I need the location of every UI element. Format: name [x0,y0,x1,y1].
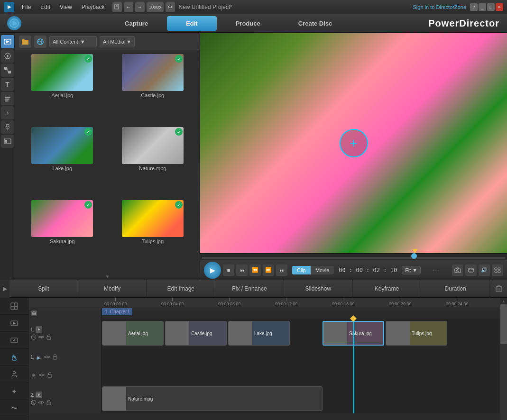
menu-edit[interactable]: Edit [37,3,54,11]
step-fwd-button[interactable]: ⏩ [263,265,274,276]
clip-aerial[interactable]: Aerial.jpg [102,321,164,346]
scrubber-knob[interactable] [411,253,417,259]
maximize-btn[interactable]: □ [487,3,495,11]
sidebar-icon-slideshow[interactable] [1,135,14,148]
modify-button[interactable]: Modify [78,280,147,298]
audio-button[interactable]: 🔊 [479,265,490,276]
track-visibility-icon[interactable] [38,334,45,340]
timeline-vertical-scrollbar[interactable]: ▲ ▼ [500,298,507,420]
v-scroll-track[interactable] [500,304,507,420]
overlay-lock-icon[interactable] [46,372,53,378]
tab-produce[interactable]: Produce [217,16,279,31]
title-bar: File Edit View Playback ← → 1080p ⚙ New … [0,0,507,14]
nav-tabs: Capture Edit Produce Create Disc [28,16,428,31]
media-type-dropdown[interactable]: All Media ▼ [100,36,135,47]
timeline-motion-icon[interactable]: 〜 [0,400,28,417]
sidebar-icon-media[interactable] [1,35,14,48]
sidebar-icon-titles[interactable]: T [1,78,14,91]
audio-track-lock-icon[interactable] [52,354,58,360]
sidebar-icon-captions[interactable] [1,92,14,105]
tab-edit[interactable]: Edit [167,16,217,31]
chapter-marker[interactable]: 1. Chapter1 [102,308,132,315]
audio-track-visibility-icon[interactable] [44,354,50,360]
preview-panel: + ▶ ■ ⏮ ⏪ ⏩ ⏭ Clip Movie 00 : 00 : 02 : … [200,33,507,280]
snapshot-button[interactable] [452,265,463,276]
minimize-btn[interactable]: _ [479,3,486,11]
folder-button[interactable] [19,36,31,48]
transport-bar: ▶ ■ ⏮ ⏪ ⏩ ⏭ Clip Movie 00 : 00 : 02 : 10… [200,260,507,280]
audio-track-speaker-icon[interactable]: 🔈 [36,354,42,360]
sidebar-icon-voiceover[interactable] [1,120,14,134]
help-btn[interactable]: ? [470,3,478,11]
media-item-nature[interactable]: ✓ Nature.mpg [110,127,196,196]
sidebar-icon-music[interactable]: ♪ [1,106,14,119]
edit-image-button[interactable]: Edit Image [147,280,215,298]
overlay-visibility-icon[interactable] [38,372,45,378]
web-media-button[interactable] [34,36,46,48]
clip-castle[interactable]: Castle.jpg [165,321,227,346]
keyframe-button[interactable]: Keyframe [353,280,422,298]
close-btn[interactable]: ✕ [496,3,503,11]
redo-icon[interactable]: → [135,2,145,12]
scroll-down-indicator[interactable]: ▼ [15,273,200,280]
scroll-up-btn[interactable]: ▲ [500,298,507,304]
stop-button[interactable]: ■ [223,265,234,276]
menu-view[interactable]: View [56,3,76,11]
fast-forward-button[interactable]: ⏭ [276,265,287,276]
media-thumb-sakura: ✓ [31,200,93,237]
step-back-button[interactable]: ⏪ [249,265,261,276]
preview-scrubber[interactable] [200,253,507,260]
slideshow-button[interactable]: Slideshow [284,280,353,298]
play-button[interactable]: ▶ [204,262,221,279]
crop-button[interactable] [465,265,477,276]
menu-playback[interactable]: Playback [78,3,109,11]
multi-button[interactable] [492,265,503,276]
menu-file[interactable]: File [18,3,35,11]
clip-mode-button[interactable]: Clip [292,266,311,274]
movie-mode-button[interactable]: Movie [311,266,334,274]
clip-tulips[interactable]: Tulips.jpg [386,321,447,346]
sidebar-icon-transitions[interactable] [1,64,14,77]
resolution-icon[interactable]: 1080p [147,2,164,12]
timeline-hand-tool[interactable] [0,349,28,366]
split-button[interactable]: Split [9,280,78,298]
track-mute-icon[interactable] [30,334,37,340]
track-2-visibility-icon[interactable] [38,399,45,406]
timeline-particle-icon[interactable]: ❋ [0,417,28,420]
sidebar-icon-effects[interactable] [1,49,14,63]
delete-button[interactable] [490,280,507,298]
media-item-lake[interactable]: ✓ Lake.jpg [19,127,106,196]
clip-nature[interactable]: Nature.mpg [102,386,323,411]
timeline-person-icon[interactable] [0,366,28,383]
check-aerial: ✓ [84,55,92,63]
new-project-icon[interactable] [112,2,122,12]
v-scroll-thumb[interactable] [500,304,507,344]
duration-button[interactable]: Duration [421,280,490,298]
media-item-castle[interactable]: ✓ Castle.jpg [110,54,196,123]
ruler-mark-5: 00:00:20:00 [389,298,412,306]
playhead[interactable] [353,319,354,348]
timeline-magic-icon[interactable]: ✦ [0,383,28,400]
overlay-particle-icon[interactable]: ❋ [30,372,37,378]
timeline-video-track-icon[interactable] [0,315,28,332]
timeline-zoom-icon[interactable] [0,298,28,315]
media-item-sakura[interactable]: ✓ Sakura.jpg [19,200,106,269]
fix-enhance-button[interactable]: Fix / Enhance [215,280,284,298]
media-item-tulips[interactable]: ✓ Tulips.jpg [110,200,196,269]
undo-icon[interactable]: ← [124,2,133,12]
content-filter-dropdown[interactable]: All Content ▼ [49,36,97,47]
settings-icon[interactable]: ⚙ [166,2,175,12]
track-lock-icon[interactable] [46,334,52,340]
tab-capture[interactable]: Capture [106,16,167,31]
rewind-button[interactable]: ⏮ [236,265,248,276]
media-item-aerial[interactable]: ✓ Aerial.jpg [19,54,106,123]
add-to-timeline-button[interactable]: + [340,129,368,157]
timeline-add-track-icon[interactable] [0,332,28,349]
track-2-lock-icon[interactable] [46,399,52,406]
sign-in-link[interactable]: Sign in to DirectorZone [413,4,467,10]
clip-lake[interactable]: Lake.jpg [228,321,290,346]
fit-dropdown[interactable]: Fit ▼ [402,266,421,274]
timeline-expand-button[interactable]: ▶ [0,280,9,298]
tab-create-disc[interactable]: Create Disc [279,16,351,31]
track-2-mute-icon[interactable] [30,399,37,406]
